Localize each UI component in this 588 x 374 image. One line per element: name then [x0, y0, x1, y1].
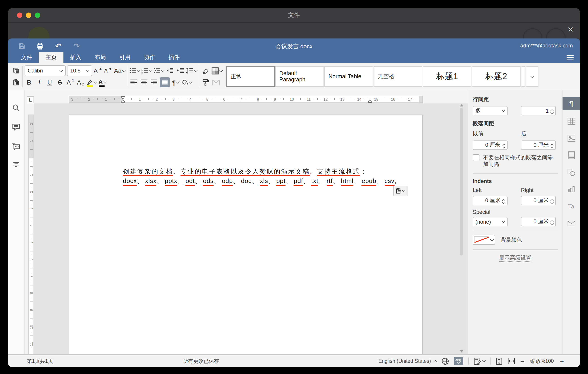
paste-button[interactable]: [12, 77, 21, 87]
mail-merge-settings-tab[interactable]: [563, 215, 580, 232]
textart-settings-tab[interactable]: Ta: [563, 198, 580, 215]
style-normal-table[interactable]: Normal Table: [324, 66, 373, 87]
highlight-color-button[interactable]: [86, 77, 96, 87]
shape-settings-tab[interactable]: [563, 164, 580, 181]
horizontal-ruler[interactable]: 3211234567891011121314151617: [69, 96, 423, 103]
spacing-before-stepper[interactable]: 0 厘米: [473, 141, 508, 150]
style-normal[interactable]: 正常: [226, 66, 275, 87]
style-default-paragraph[interactable]: Default Paragraph: [275, 66, 324, 87]
line-spacing-select[interactable]: 多: [473, 106, 508, 115]
menu-icon[interactable]: [567, 55, 574, 60]
vertical-ruler[interactable]: 211234567891011: [28, 115, 34, 354]
ruler-number: 2: [29, 123, 33, 125]
document-page[interactable]: 创建复杂的文档、专业的电子表格以及令人赞叹的演示文稿。支持主流格式： docx、…: [69, 115, 423, 354]
first-line-indent-marker[interactable]: [121, 96, 125, 99]
zoom-out-button[interactable]: −: [520, 357, 524, 365]
ruler-tick: [32, 230, 32, 231]
special-amount-stepper[interactable]: 0 厘米: [521, 217, 556, 226]
style-no-spacing[interactable]: 无空格: [374, 66, 422, 87]
copy-button[interactable]: [12, 66, 21, 76]
underline-button[interactable]: U: [45, 77, 54, 87]
paragraph-line[interactable]: 创建复杂的文档、专业的电子表格以及令人赞叹的演示文稿。支持主流格式：: [123, 168, 368, 176]
numbered-list-button[interactable]: 123: [141, 66, 152, 76]
ruler-tick: [32, 154, 32, 154]
ruler-number: 15: [374, 97, 378, 101]
superscript-button[interactable]: A2: [66, 77, 75, 87]
zoom-in-button[interactable]: +: [560, 357, 564, 365]
header-footer-settings-tab[interactable]: [563, 147, 580, 164]
shading-button[interactable]: [181, 77, 192, 87]
chat-icon[interactable]: [12, 142, 20, 150]
language-value: English (United States): [378, 358, 431, 364]
font-color-button[interactable]: A: [98, 77, 107, 87]
tab-insert[interactable]: 插入: [63, 52, 88, 63]
fit-to-page-button[interactable]: [496, 357, 503, 365]
tab-file[interactable]: 文件: [14, 52, 39, 63]
right-indent-marker[interactable]: [368, 99, 372, 103]
style-heading1[interactable]: 标题1: [423, 66, 471, 87]
ruler-tick: [30, 200, 33, 201]
decrease-indent-button[interactable]: [165, 66, 174, 76]
align-justify-button[interactable]: [160, 77, 170, 87]
background-color-swatch[interactable]: [473, 235, 495, 245]
no-spacing-between-checkbox[interactable]: [473, 154, 479, 161]
scroll-down-icon[interactable]: [460, 350, 463, 352]
navigation-icon[interactable]: [12, 162, 20, 170]
font-size-select[interactable]: 10.5: [67, 65, 92, 76]
vertical-scrollbar[interactable]: [458, 103, 464, 354]
increase-font-button[interactable]: A▲: [93, 66, 102, 76]
decrease-font-button[interactable]: A▼: [104, 66, 113, 76]
align-left-button[interactable]: [129, 77, 138, 87]
scrollbar-thumb[interactable]: [460, 108, 463, 255]
align-center-button[interactable]: [139, 77, 148, 87]
language-select[interactable]: English (United States): [378, 358, 437, 364]
spellcheck-toggle[interactable]: ABC: [454, 357, 463, 365]
borders-button[interactable]: [211, 66, 222, 76]
paste-options-button[interactable]: [393, 186, 408, 196]
tab-layout[interactable]: 布局: [88, 52, 113, 63]
bullet-list-button[interactable]: [129, 66, 140, 76]
track-changes-toggle[interactable]: [474, 357, 485, 365]
tab-references[interactable]: 引用: [113, 52, 137, 63]
tab-plugins[interactable]: 插件: [162, 52, 186, 63]
tab-home[interactable]: 主页: [39, 52, 63, 63]
tab-collaboration[interactable]: 协作: [137, 52, 162, 63]
strikethrough-button[interactable]: S: [55, 77, 64, 87]
copy-style-button[interactable]: [201, 77, 210, 87]
mail-merge-button[interactable]: [211, 77, 220, 87]
comments-icon[interactable]: [12, 123, 20, 131]
increase-indent-button[interactable]: [176, 66, 185, 76]
paragraph-line[interactable]: docx、xlsx、pptx、odt、ods、odp、doc、xls、ppt、p…: [123, 177, 401, 185]
special-select[interactable]: (none): [473, 217, 508, 226]
image-settings-tab[interactable]: [563, 130, 580, 147]
nonprinting-characters-button[interactable]: ¶: [171, 77, 180, 87]
line-spacing-amount-stepper[interactable]: 1: [521, 106, 556, 115]
style-gallery-expand-button[interactable]: [526, 66, 538, 87]
multilevel-list-button[interactable]: [153, 66, 164, 76]
style-heading2[interactable]: 标题2: [472, 66, 521, 87]
table-settings-tab[interactable]: [563, 113, 580, 130]
line-spacing-button[interactable]: [186, 66, 197, 76]
bold-button[interactable]: B: [25, 77, 33, 87]
tab-stop-selector[interactable]: L: [27, 96, 34, 103]
clear-style-button[interactable]: [201, 66, 210, 76]
ruler-tick: [30, 133, 33, 133]
ruler-number: 11: [307, 97, 311, 101]
scroll-up-icon[interactable]: [460, 104, 463, 107]
align-right-button[interactable]: [150, 77, 159, 87]
change-case-button[interactable]: Aa: [114, 66, 125, 76]
italic-button[interactable]: I: [35, 77, 44, 87]
subscript-button[interactable]: A2: [76, 77, 85, 87]
fit-to-width-button[interactable]: [508, 358, 515, 364]
search-icon[interactable]: [12, 104, 20, 112]
show-advanced-settings-link[interactable]: 显示高级设置: [473, 254, 558, 262]
indent-right-stepper[interactable]: 0 厘米: [521, 196, 556, 205]
close-icon[interactable]: ✕: [567, 25, 574, 34]
chart-settings-tab[interactable]: [563, 181, 580, 198]
document-language-icon[interactable]: [442, 357, 449, 365]
indent-left-stepper[interactable]: 0 厘米: [473, 196, 508, 205]
font-name-select[interactable]: Calibri: [25, 65, 66, 76]
spacing-after-stepper[interactable]: 0 厘米: [521, 141, 556, 150]
paragraph-settings-tab[interactable]: ¶: [563, 97, 580, 110]
document-canvas[interactable]: 创建复杂的文档、专业的电子表格以及令人赞叹的演示文稿。支持主流格式： docx、…: [34, 103, 468, 354]
